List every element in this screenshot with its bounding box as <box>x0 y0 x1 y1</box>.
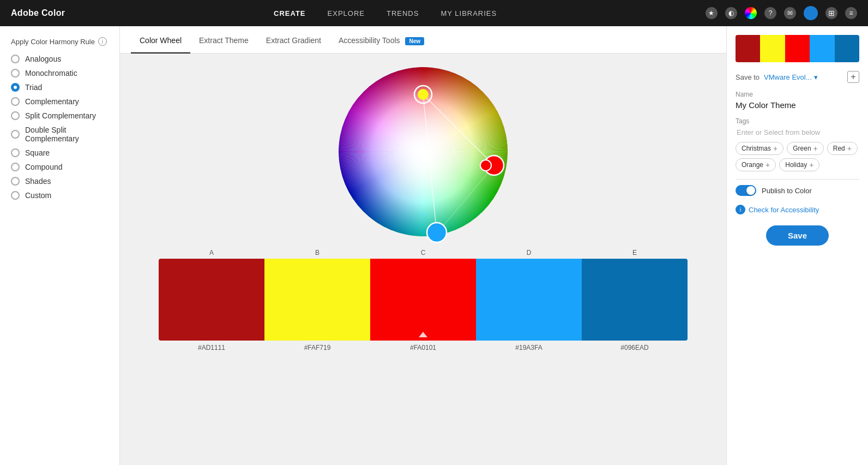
swatch-d[interactable] <box>476 259 582 341</box>
radio-circle <box>11 55 20 63</box>
harmony-options: AnalogousMonochromaticTriadComplementary… <box>11 55 108 200</box>
new-badge: New <box>405 37 424 45</box>
color-wheel-icon[interactable] <box>745 7 757 19</box>
main-nav: CREATE EXPLORE TRENDS MY LIBRARIES <box>274 9 497 17</box>
theme-name[interactable]: My Color Theme <box>736 100 859 110</box>
radio-circle <box>11 163 20 171</box>
accessibility-row[interactable]: i Check for Accessibility <box>736 205 859 214</box>
harmony-section-title: Apply Color Harmony Rule i <box>11 37 108 46</box>
right-panel: Save to VMware Evol... ▾ + Name My Color… <box>726 26 868 465</box>
color-wheel[interactable] <box>330 59 516 245</box>
harmony-option-complementary[interactable]: Complementary <box>11 97 108 106</box>
publish-toggle[interactable] <box>736 185 756 196</box>
swatch-hex-d: #19A3FA <box>476 344 582 351</box>
harmony-option-square[interactable]: Square <box>11 148 108 157</box>
main-layout: Apply Color Harmony Rule i AnalogousMono… <box>0 26 868 465</box>
save-to-label: Save to <box>736 73 760 81</box>
tabs-bar: Color Wheel Extract Theme Extract Gradie… <box>120 26 726 53</box>
harmony-option-triad[interactable]: Triad <box>11 83 108 92</box>
tab-accessibility[interactable]: Accessibility Tools New <box>330 28 433 53</box>
name-label: Name <box>736 91 859 98</box>
add-library-button[interactable]: + <box>847 71 859 83</box>
swatch-a[interactable] <box>159 259 264 341</box>
harmony-option-analogous[interactable]: Analogous <box>11 55 108 63</box>
radio-circle <box>11 130 20 139</box>
radio-circle <box>11 111 20 120</box>
toggle-knob <box>746 186 755 195</box>
nav-libraries[interactable]: MY LIBRARIES <box>441 9 497 17</box>
svg-point-7 <box>418 89 429 100</box>
star-icon[interactable]: ★ <box>706 7 718 19</box>
publish-row: Publish to Color <box>736 185 859 196</box>
tab-color-wheel[interactable]: Color Wheel <box>131 28 190 53</box>
swatch-hex-b: #FAF719 <box>264 344 370 351</box>
swatches-section: ABCDE #AD1111#FAF719#FA0101#19A3FA#096EA… <box>120 245 726 362</box>
swatch-label-c: C <box>370 245 476 259</box>
radio-circle <box>11 191 20 200</box>
harmony-option-split-complementary[interactable]: Split Complementary <box>11 111 108 120</box>
swatch-b[interactable] <box>264 259 370 341</box>
radio-circle <box>11 148 20 157</box>
swatch-hex-e: #096EAD <box>582 344 688 351</box>
nav-create[interactable]: CREATE <box>274 9 305 17</box>
swatch-label-b: B <box>264 245 370 259</box>
swatch-label-d: D <box>476 245 582 259</box>
svg-point-8 <box>480 160 491 171</box>
chat-icon[interactable]: ✉ <box>784 7 796 19</box>
swatch-active-indicator <box>419 332 427 337</box>
radio-circle <box>11 177 20 186</box>
harmony-option-compound[interactable]: Compound <box>11 163 108 171</box>
save-to-dropdown[interactable]: VMware Evol... ▾ <box>764 73 817 81</box>
swatch-label-e: E <box>582 245 688 259</box>
tags-list: Christmas +Green +Red +Orange +Holiday + <box>736 142 859 171</box>
tab-extract-theme[interactable]: Extract Theme <box>190 28 257 53</box>
wheel-point-d[interactable] <box>427 223 447 242</box>
tags-label: Tags <box>736 117 859 125</box>
save-button[interactable]: Save <box>766 225 829 246</box>
radio-circle <box>11 97 20 106</box>
harmony-option-double-split-complementary[interactable]: Double Split Complementary <box>11 126 108 143</box>
divider <box>736 179 859 180</box>
moon-icon[interactable]: ◐ <box>725 7 737 19</box>
swatch-hex-c: #FA0101 <box>370 344 476 351</box>
tag-red[interactable]: Red + <box>827 142 858 155</box>
harmony-option-monochromatic[interactable]: Monochromatic <box>11 69 108 78</box>
profile-avatar[interactable] <box>804 6 818 20</box>
mini-swatch-1 <box>760 35 785 62</box>
wheel-area: ABCDE #AD1111#FAF719#FA0101#19A3FA#096EA… <box>120 53 726 465</box>
save-to-row: Save to VMware Evol... ▾ + <box>736 71 859 83</box>
tag-holiday[interactable]: Holiday + <box>779 158 819 171</box>
swatch-c[interactable] <box>370 259 476 341</box>
swatches-row <box>159 259 688 341</box>
radio-circle <box>11 83 20 92</box>
nav-trends[interactable]: TRENDS <box>387 9 419 17</box>
tag-green[interactable]: Green + <box>787 142 824 155</box>
tag-orange[interactable]: Orange + <box>736 158 776 171</box>
help-icon[interactable]: ? <box>764 7 776 19</box>
tags-input[interactable]: Enter or Select from below <box>736 128 859 136</box>
brand-logo: Adobe Color <box>11 8 65 18</box>
swatch-hex-a: #AD1111 <box>159 344 264 351</box>
color-wheel-svg <box>330 59 516 245</box>
tab-extract-gradient[interactable]: Extract Gradient <box>257 28 330 53</box>
swatch-e[interactable] <box>582 259 688 341</box>
nav-explore[interactable]: EXPLORE <box>328 9 365 17</box>
info-icon[interactable]: i <box>98 37 107 46</box>
harmony-option-shades[interactable]: Shades <box>11 177 108 186</box>
mini-swatch-0 <box>736 35 760 62</box>
mini-swatch-4 <box>835 35 859 62</box>
accessibility-link[interactable]: Check for Accessibility <box>749 206 819 214</box>
mini-swatch-3 <box>810 35 834 62</box>
top-nav: Adobe Color CREATE EXPLORE TRENDS MY LIB… <box>0 0 868 26</box>
accessibility-icon: i <box>736 205 745 214</box>
nav-icons: ★ ◐ ? ✉ ⊞ ≡ <box>706 6 857 20</box>
menu-icon[interactable]: ≡ <box>845 7 857 19</box>
swatch-labels: ABCDE <box>159 245 688 259</box>
radio-circle <box>11 69 20 78</box>
tag-christmas[interactable]: Christmas + <box>736 142 783 155</box>
harmony-option-custom[interactable]: Custom <box>11 191 108 200</box>
publish-label: Publish to Color <box>762 187 812 195</box>
apps-icon[interactable]: ⊞ <box>825 7 837 19</box>
mini-swatch-2 <box>785 35 810 62</box>
content-area: Color Wheel Extract Theme Extract Gradie… <box>120 26 726 465</box>
